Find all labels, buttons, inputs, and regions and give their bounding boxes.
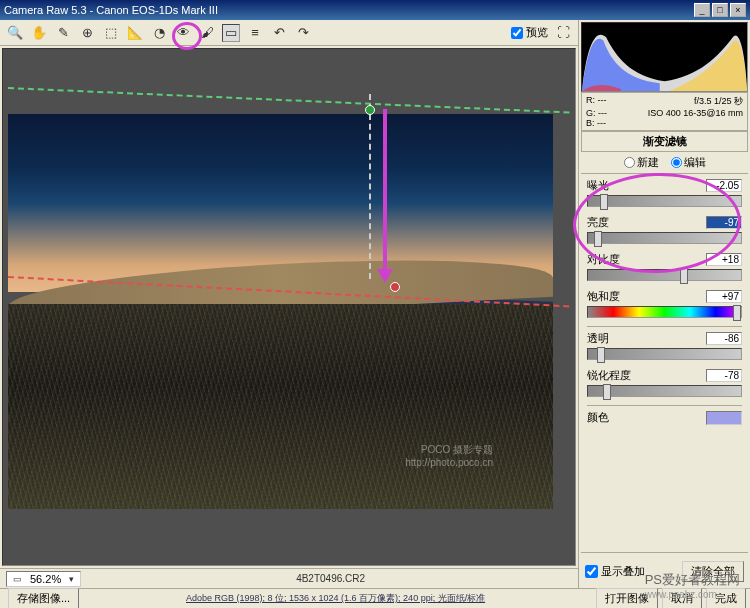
color-swatch[interactable] xyxy=(706,411,742,425)
preview-bottom-bar: ▭ 56.2% ▾ 4B2T0496.CR2 xyxy=(0,568,578,588)
gradient-center-line[interactable] xyxy=(369,94,371,279)
window-buttons: _ □ × xyxy=(694,3,746,17)
spot-removal-icon[interactable]: ◔ xyxy=(150,24,168,42)
eyedropper-icon[interactable]: ✎ xyxy=(54,24,72,42)
gradient-handle-green[interactable] xyxy=(365,105,375,115)
info-readout: R: --- f/3.5 1/25 秒 G: --- ISO 400 16-35… xyxy=(581,92,748,131)
graduated-filter-icon[interactable]: ▭ xyxy=(222,24,240,42)
slider-sharpness: 锐化程度-78 xyxy=(587,368,742,397)
brightness-slider[interactable] xyxy=(587,232,742,244)
saturation-value[interactable]: +97 xyxy=(706,290,742,303)
slider-clarity: 透明-86 xyxy=(587,331,742,360)
slider-contrast: 对比度+18 xyxy=(587,252,742,281)
slider-exposure: 曝光-2.05 xyxy=(587,178,742,207)
prefs-icon[interactable]: ≡ xyxy=(246,24,264,42)
straighten-icon[interactable]: 📐 xyxy=(126,24,144,42)
mode-edit[interactable]: 编辑 xyxy=(671,155,706,170)
footer: 存储图像... Adobe RGB (1998); 8 位; 1536 x 10… xyxy=(0,588,750,608)
rotate-ccw-icon[interactable]: ↶ xyxy=(270,24,288,42)
color-sampler-icon[interactable]: ⊕ xyxy=(78,24,96,42)
preview-check[interactable] xyxy=(511,27,523,39)
contrast-value[interactable]: +18 xyxy=(706,253,742,266)
filename-label: 4B2T0496.CR2 xyxy=(89,573,572,584)
mode-radios: 新建 编辑 xyxy=(581,152,748,174)
mode-new[interactable]: 新建 xyxy=(624,155,659,170)
sharpness-slider[interactable] xyxy=(587,385,742,397)
window-title: Camera Raw 5.3 - Canon EOS-1Ds Mark III xyxy=(4,4,694,16)
zoom-value: 56.2% xyxy=(30,573,61,585)
sliders-panel: 曝光-2.05 亮度-97 对比度+18 饱和度+97 透明-86 锐化程度 xyxy=(581,174,748,548)
fullscreen-icon[interactable]: ⛶ xyxy=(554,24,572,42)
preview-checkbox[interactable]: 预览 xyxy=(511,25,548,40)
zoom-out-icon[interactable]: ▭ xyxy=(13,574,22,584)
zoom-tool-icon[interactable]: 🔍 xyxy=(6,24,24,42)
saturation-slider[interactable] xyxy=(587,306,742,318)
crop-tool-icon[interactable]: ⬚ xyxy=(102,24,120,42)
color-row: 颜色 xyxy=(587,410,742,425)
clarity-value[interactable]: -86 xyxy=(706,332,742,345)
slider-brightness: 亮度-97 xyxy=(587,215,742,244)
external-watermark: PS爱好者教程网 www.psahz.com xyxy=(645,571,740,600)
histogram[interactable] xyxy=(581,22,748,92)
exposure-slider[interactable] xyxy=(587,195,742,207)
toolbar: 🔍 ✋ ✎ ⊕ ⬚ 📐 ◔ 👁 🖌 ▭ ≡ ↶ ↷ 预览 ⛶ xyxy=(0,20,578,46)
sharpness-value[interactable]: -78 xyxy=(706,369,742,382)
photo: POCO 摄影专题 http://photo.poco.cn xyxy=(8,114,553,509)
hand-tool-icon[interactable]: ✋ xyxy=(30,24,48,42)
slider-saturation: 饱和度+97 xyxy=(587,289,742,318)
adjustment-brush-icon[interactable]: 🖌 xyxy=(198,24,216,42)
zoom-control[interactable]: ▭ 56.2% ▾ xyxy=(6,571,81,587)
gradient-line-top[interactable] xyxy=(8,87,570,114)
exposure-value[interactable]: -2.05 xyxy=(706,179,742,192)
redeye-icon[interactable]: 👁 xyxy=(174,24,192,42)
preview-area[interactable]: POCO 摄影专题 http://photo.poco.cn xyxy=(2,48,576,566)
close-button[interactable]: × xyxy=(730,3,746,17)
clarity-slider[interactable] xyxy=(587,348,742,360)
zoom-dropdown-icon[interactable]: ▾ xyxy=(69,574,74,584)
contrast-slider[interactable] xyxy=(587,269,742,281)
maximize-button[interactable]: □ xyxy=(712,3,728,17)
right-panel: R: --- f/3.5 1/25 秒 G: --- ISO 400 16-35… xyxy=(578,20,750,588)
poco-watermark: POCO 摄影专题 http://photo.poco.cn xyxy=(405,443,493,469)
brightness-value[interactable]: -97 xyxy=(706,216,742,229)
save-image-button[interactable]: 存储图像... xyxy=(8,588,79,608)
panel-title: 渐变滤镜 xyxy=(581,131,748,152)
workflow-info[interactable]: Adobe RGB (1998); 8 位; 1536 x 1024 (1.6 … xyxy=(79,592,592,605)
preview-label: 预览 xyxy=(526,25,548,40)
show-overlay-checkbox[interactable]: 显示叠加 xyxy=(585,564,645,579)
rotate-cw-icon[interactable]: ↷ xyxy=(294,24,312,42)
minimize-button[interactable]: _ xyxy=(694,3,710,17)
annotation-arrow xyxy=(383,109,387,279)
titlebar: Camera Raw 5.3 - Canon EOS-1Ds Mark III … xyxy=(0,0,750,20)
